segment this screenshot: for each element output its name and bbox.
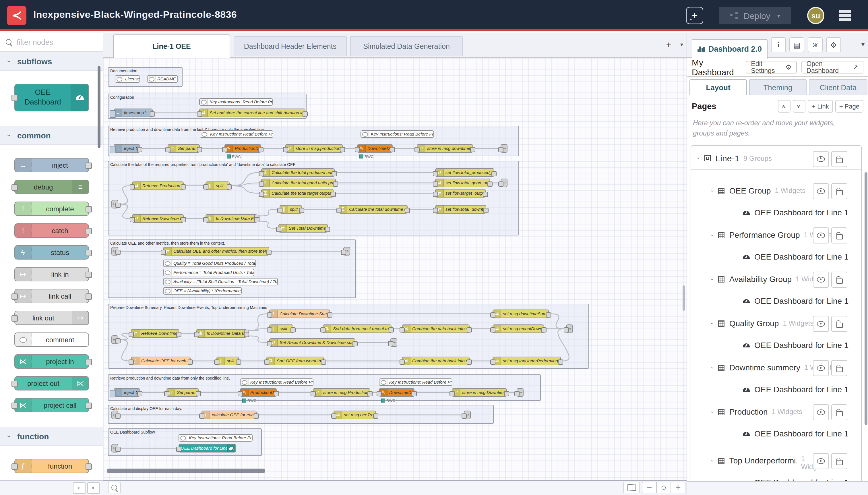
- debug-messages-button[interactable]: ж: [808, 37, 823, 52]
- output-port[interactable]: [333, 181, 338, 186]
- flow-node-comment[interactable]: Key Instructions: Read Before Proceeding: [200, 130, 273, 138]
- input-port[interactable]: [331, 413, 336, 419]
- flow-node-split[interactable]: ∥split: [206, 182, 230, 190]
- flow-node-change[interactable]: ⇄store in msg.DowntimeData: [452, 388, 507, 397]
- output-port[interactable]: [327, 312, 332, 317]
- flow-node-comment[interactable]: Key Instructions: Read Before Proceeding: [199, 98, 273, 106]
- flow-node-comment[interactable]: Key Instructions: Read Before Proceeding: [361, 130, 434, 138]
- output-port[interactable]: [299, 208, 304, 213]
- tree-row-group[interactable]: ›Availability Group1 Widgets: [691, 269, 861, 289]
- flow-node-change[interactable]: ⇄Set params: [168, 144, 200, 153]
- input-port[interactable]: [388, 341, 393, 346]
- flow-node-funclo[interactable]: ƒCalculate OEE for each machine: [131, 357, 191, 365]
- palette-category-common[interactable]: ›common: [0, 126, 103, 145]
- inject-button[interactable]: [110, 390, 116, 397]
- user-avatar[interactable]: su: [807, 7, 824, 24]
- output-port[interactable]: [196, 391, 201, 396]
- flow-tab-Simulated-Data-Generation[interactable]: Simulated Data Generation: [350, 36, 463, 56]
- flow-node-comment[interactable]: Key Instructions: Read Before Proceeding: [379, 378, 452, 386]
- output-port[interactable]: [236, 359, 241, 364]
- flow-node-dbfunc[interactable]: ✎ProductionData: [224, 144, 261, 153]
- zoom-reset-button[interactable]: ○: [656, 482, 671, 493]
- add-link-button[interactable]: + Link: [808, 100, 833, 113]
- input-port[interactable]: [161, 250, 166, 255]
- flow-node-linkout[interactable]: ↦: [501, 144, 507, 153]
- output-port[interactable]: [325, 226, 330, 232]
- flow-list-caret-icon[interactable]: ▾: [680, 41, 683, 49]
- flow-tab-Line-1-OEE[interactable]: Line-1 OEE: [113, 34, 230, 58]
- palette-filter-input[interactable]: [16, 37, 87, 47]
- flow-node-change[interactable]: ⇄set msg.oeeTrend: [333, 411, 376, 419]
- flow-node-inject[interactable]: →timestamp ¹: [114, 108, 153, 117]
- flow-node-comment[interactable]: README: [147, 75, 178, 83]
- sidebar-tab-Client-Data[interactable]: Client Data: [809, 79, 867, 95]
- flow-node-comment[interactable]: OEE = (Availability) * (Performance) * (…: [163, 287, 242, 295]
- output-port[interactable]: [274, 391, 279, 396]
- node-port[interactable]: [12, 95, 18, 101]
- node-port[interactable]: [86, 463, 92, 470]
- output-port[interactable]: [266, 250, 272, 255]
- flow-node-linkout[interactable]: ↦: [390, 338, 397, 347]
- flow-node-split[interactable]: ∥split: [269, 324, 293, 333]
- tree-row-group[interactable]: ›Downtime summery1 Widgets: [691, 357, 861, 378]
- flow-group[interactable]: Retrieve production and downtime data fr…: [108, 374, 541, 401]
- node-port[interactable]: [12, 293, 18, 300]
- output-port[interactable]: [116, 338, 121, 343]
- flow-node-funcy[interactable]: ΣCalculate the total produced units toda…: [261, 168, 335, 177]
- main-menu-button[interactable]: [837, 7, 852, 24]
- flow-node-comment[interactable]: Key Instructions: Read Before Proceeding: [178, 434, 253, 442]
- input-port[interactable]: [400, 327, 405, 332]
- node-port[interactable]: [86, 359, 92, 365]
- node-port[interactable]: [86, 162, 92, 169]
- visibility-toggle-button[interactable]: [813, 360, 829, 376]
- flow-node-linkout[interactable]: ↦: [343, 247, 350, 256]
- palette-node-link-call[interactable]: ↦link call: [14, 289, 89, 303]
- zoom-in-button[interactable]: +: [671, 482, 685, 493]
- info-sidebar-button[interactable]: i: [771, 37, 786, 52]
- node-port[interactable]: [12, 184, 18, 190]
- output-port[interactable]: [150, 111, 155, 116]
- tree-row-widget[interactable]: OEE Dashboard for Line 1: [691, 202, 861, 223]
- lock-toggle-button[interactable]: [831, 316, 847, 332]
- flow-node-linkout[interactable]: ↦: [501, 178, 507, 187]
- input-port[interactable]: [462, 413, 467, 419]
- node-port[interactable]: [86, 402, 92, 409]
- input-port[interactable]: [433, 171, 438, 176]
- input-port[interactable]: [267, 341, 272, 346]
- tree-row-widget[interactable]: OEE Dashboard for Line 1: [691, 246, 861, 267]
- flow-node-comment[interactable]: Performance = Total Produced Units / Tot…: [163, 269, 254, 276]
- input-port[interactable]: [165, 147, 171, 152]
- sidebar-options-caret-icon[interactable]: ▾: [862, 41, 865, 48]
- palette-scrollbar[interactable]: [98, 66, 101, 148]
- input-port[interactable]: [267, 327, 272, 332]
- flow-node-change[interactable]: ⇄Retrieve Downtime Data: [132, 214, 184, 223]
- lock-toggle-button[interactable]: [831, 453, 847, 469]
- output-port[interactable]: [467, 327, 472, 332]
- node-port[interactable]: [12, 380, 18, 387]
- flow-node-join[interactable]: ⋈Combine the data back into an array.: [402, 324, 470, 333]
- palette-node-project-in[interactable]: ⋉project in: [14, 354, 89, 369]
- palette-node-OEE-Dashboard[interactable]: OEEDashboard: [14, 84, 89, 112]
- input-port[interactable]: [415, 147, 420, 152]
- flow-node-change[interactable]: ⇄set msg.recentDowntime: [492, 324, 544, 333]
- output-port[interactable]: [504, 391, 509, 396]
- tree-row-widget[interactable]: OEE Dashboard for Line 1: [691, 423, 861, 444]
- flow-node-dbfunc[interactable]: ✎DowntimeData: [357, 144, 393, 153]
- flow-node-comment[interactable]: Key Instructions: Read Before Proceeding: [240, 378, 313, 386]
- palette-category-subflows[interactable]: ›subflows: [0, 52, 103, 71]
- input-port[interactable]: [128, 331, 134, 337]
- output-port[interactable]: [352, 341, 358, 346]
- tree-row-group[interactable]: ›Top Underperformi...1 Widgets: [691, 450, 861, 471]
- node-port[interactable]: [86, 293, 92, 300]
- sidebar-tab-Theming[interactable]: Theming: [749, 79, 806, 95]
- collapse-all-categories-button[interactable]: «: [73, 482, 86, 494]
- tree-row-widget[interactable]: OEE Dashboard for Line 1: [691, 335, 861, 356]
- input-port[interactable]: [450, 391, 455, 396]
- flow-node-linkin[interactable]: ↦: [111, 411, 118, 419]
- output-port[interactable]: [390, 147, 395, 152]
- input-port[interactable]: [197, 111, 202, 116]
- sidebar-tab-Layout[interactable]: Layout: [690, 79, 747, 95]
- open-dashboard-button[interactable]: Open Dashboard↗: [801, 61, 863, 73]
- output-port[interactable]: [291, 327, 296, 332]
- flow-node-comment[interactable]: License: [115, 75, 140, 83]
